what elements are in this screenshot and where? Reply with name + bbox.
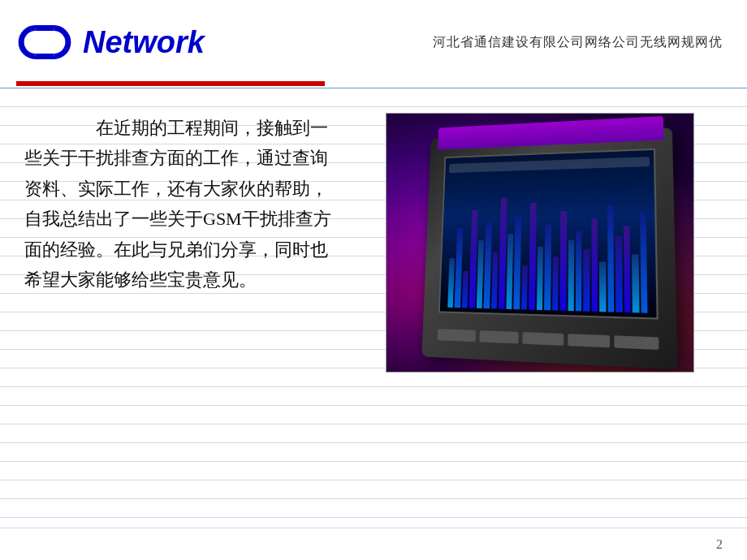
- key-4: [568, 334, 610, 347]
- device-body: [421, 127, 677, 369]
- chart-bar: [477, 240, 484, 308]
- chart-bar: [559, 211, 566, 310]
- chart-bar: [624, 226, 631, 312]
- device-screen: [438, 149, 658, 320]
- chart-bar: [552, 256, 559, 311]
- chart-bar: [632, 254, 639, 312]
- header-subtitle: 河北省通信建设有限公司网络公司无线网规网优: [433, 34, 723, 51]
- brand-name: Network: [83, 25, 205, 60]
- chart-bar: [506, 234, 513, 309]
- chart-bar: [462, 271, 468, 308]
- chart-bar: [529, 203, 536, 309]
- chart-bar: [521, 265, 528, 310]
- chart-bar: [592, 218, 598, 312]
- chart-bars: [447, 195, 647, 313]
- chart-bar: [584, 249, 590, 312]
- red-divider: [16, 81, 325, 86]
- slide: Network 河北省通信建设有限公司网络公司无线网规网优 在近期的工程期间，接…: [0, 0, 747, 560]
- content-area: 在近期的工程期间，接触到一些关于干扰排查方面的工作，通过查询资料、实际工作，还有…: [0, 88, 747, 528]
- key-1: [438, 329, 476, 342]
- page-number: 2: [716, 537, 723, 552]
- key-2: [479, 330, 519, 343]
- logo-icon: [16, 14, 73, 71]
- device-keypad: [437, 318, 659, 361]
- device-canvas: [386, 114, 693, 372]
- chart-bar: [615, 236, 623, 312]
- chart-bar: [484, 222, 492, 309]
- chart-bar: [447, 258, 455, 308]
- chart-bar: [640, 213, 648, 313]
- chart-bar: [544, 224, 551, 310]
- device-image: [386, 113, 694, 373]
- key-3: [523, 332, 563, 346]
- header-divider: [0, 81, 747, 88]
- chart-bar: [537, 247, 543, 310]
- header: Network 河北省通信建设有限公司网络公司无线网规网优: [0, 0, 747, 81]
- svg-rect-2: [36, 28, 54, 57]
- chart-bar: [491, 252, 499, 308]
- image-block: [357, 113, 723, 373]
- screen-content: [440, 150, 657, 317]
- content-inner: 在近期的工程期间，接触到一些关于干扰排查方面的工作，通过查询资料、实际工作，还有…: [24, 105, 723, 511]
- chart-bar: [576, 231, 582, 312]
- chart-bar: [568, 240, 574, 311]
- footer: 2: [0, 528, 747, 560]
- logo-area: Network: [16, 14, 205, 71]
- key-5: [615, 335, 659, 349]
- chart-bar: [513, 216, 520, 310]
- chart-bar: [599, 262, 606, 312]
- screen-header: [449, 157, 650, 173]
- chart-bar: [607, 205, 615, 312]
- main-text: 在近期的工程期间，接触到一些关于干扰排查方面的工作，通过查询资料、实际工作，还有…: [24, 113, 333, 295]
